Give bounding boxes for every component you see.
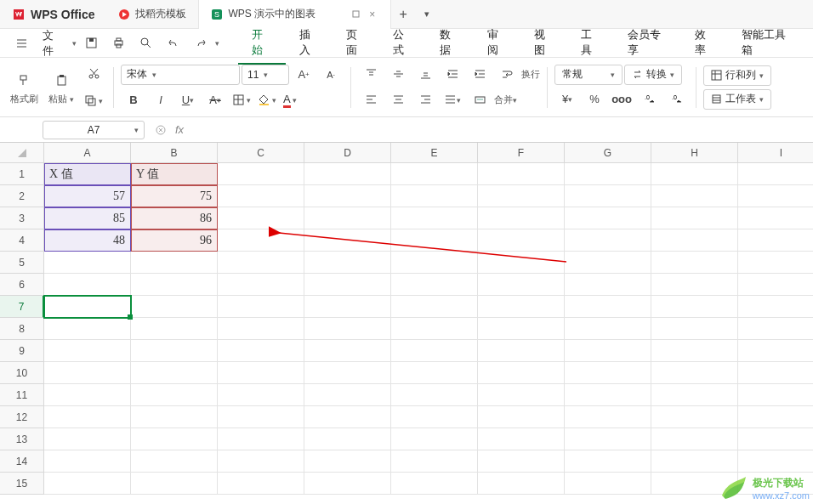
cell[interactable] bbox=[565, 274, 651, 296]
cell[interactable] bbox=[218, 450, 304, 473]
wrap-icon[interactable] bbox=[494, 64, 520, 86]
cell[interactable] bbox=[565, 185, 651, 207]
percent-icon[interactable]: % bbox=[582, 88, 607, 110]
chevron-down-icon[interactable]: ▾ bbox=[215, 39, 219, 48]
col-header[interactable]: B bbox=[131, 143, 218, 163]
cell[interactable] bbox=[565, 450, 651, 473]
cell[interactable] bbox=[478, 274, 565, 296]
cell[interactable] bbox=[478, 362, 565, 384]
row-header[interactable]: 8 bbox=[0, 318, 44, 340]
cell[interactable] bbox=[478, 252, 565, 274]
cell[interactable] bbox=[218, 252, 304, 274]
cell[interactable] bbox=[651, 318, 738, 340]
cell[interactable] bbox=[44, 318, 131, 340]
align-center-icon[interactable] bbox=[385, 89, 411, 111]
cell-a1[interactable]: X 值 bbox=[44, 163, 131, 185]
col-header[interactable]: D bbox=[304, 143, 391, 163]
cell[interactable] bbox=[304, 229, 391, 252]
cell[interactable] bbox=[565, 473, 651, 495]
cell[interactable] bbox=[131, 274, 218, 296]
menu-start[interactable]: 开始 bbox=[238, 22, 285, 65]
decrease-decimal-icon[interactable]: .0 bbox=[663, 88, 689, 110]
border-icon[interactable]: ▾ bbox=[230, 90, 253, 110]
cell[interactable] bbox=[391, 406, 478, 428]
underline-icon[interactable]: U▾ bbox=[175, 89, 201, 111]
cell-b2[interactable]: 75 bbox=[131, 185, 218, 207]
paste-icon[interactable] bbox=[48, 69, 74, 91]
number-format-combo[interactable]: 常规▾ bbox=[554, 65, 623, 85]
align-top-icon[interactable] bbox=[358, 64, 384, 86]
cell[interactable] bbox=[565, 229, 651, 252]
cell[interactable] bbox=[565, 406, 651, 428]
cell[interactable] bbox=[44, 406, 131, 428]
cell[interactable] bbox=[304, 207, 391, 229]
cell[interactable] bbox=[304, 406, 391, 428]
cell[interactable] bbox=[218, 428, 304, 450]
menu-insert[interactable]: 插入 bbox=[286, 22, 333, 65]
row-header[interactable]: 1 bbox=[0, 163, 44, 185]
col-header[interactable]: F bbox=[478, 143, 565, 163]
cell[interactable] bbox=[44, 274, 131, 296]
comma-icon[interactable]: ooo bbox=[609, 88, 634, 110]
fontsize-combo[interactable]: 11▾ bbox=[242, 65, 289, 85]
menu-tools[interactable]: 工具 bbox=[567, 22, 614, 65]
cell[interactable] bbox=[738, 406, 813, 428]
currency-icon[interactable]: ¥▾ bbox=[554, 88, 580, 110]
cell[interactable] bbox=[651, 296, 738, 318]
cell[interactable] bbox=[565, 340, 651, 362]
cell[interactable] bbox=[391, 450, 478, 473]
file-menu[interactable]: 文件 bbox=[36, 28, 71, 59]
cell[interactable] bbox=[391, 207, 478, 229]
cell[interactable] bbox=[131, 362, 218, 384]
col-header[interactable]: G bbox=[565, 143, 651, 163]
indent-increase-icon[interactable] bbox=[467, 64, 492, 86]
cell[interactable] bbox=[478, 450, 565, 473]
cell[interactable] bbox=[218, 362, 304, 384]
cell[interactable] bbox=[478, 340, 565, 362]
convert-button[interactable]: 转换▾ bbox=[624, 65, 682, 85]
cell[interactable] bbox=[131, 296, 218, 318]
cell[interactable] bbox=[651, 229, 738, 252]
cell[interactable] bbox=[218, 296, 304, 318]
cell[interactable] bbox=[131, 340, 218, 362]
tab-template[interactable]: 找稻壳模板 bbox=[106, 0, 199, 29]
cell[interactable] bbox=[738, 362, 813, 384]
new-tab-button[interactable]: + bbox=[391, 7, 415, 22]
font-combo[interactable]: 宋体▾ bbox=[121, 65, 240, 85]
cell[interactable] bbox=[738, 384, 813, 406]
cell[interactable] bbox=[218, 473, 304, 495]
row-header[interactable]: 14 bbox=[0, 450, 44, 473]
cell[interactable] bbox=[304, 163, 391, 185]
cell[interactable] bbox=[738, 274, 813, 296]
row-header[interactable]: 5 bbox=[0, 252, 44, 274]
row-header[interactable]: 2 bbox=[0, 185, 44, 207]
cell[interactable] bbox=[218, 274, 304, 296]
cell[interactable] bbox=[651, 406, 738, 428]
cell[interactable] bbox=[478, 318, 565, 340]
row-header[interactable]: 4 bbox=[0, 229, 44, 252]
menu-icon[interactable] bbox=[9, 32, 34, 54]
cell[interactable] bbox=[218, 340, 304, 362]
row-header[interactable]: 6 bbox=[0, 274, 44, 296]
cell[interactable] bbox=[478, 296, 565, 318]
decrease-font-icon[interactable]: A- bbox=[318, 64, 344, 86]
cell[interactable] bbox=[391, 318, 478, 340]
cell[interactable] bbox=[131, 384, 218, 406]
menu-page[interactable]: 页面 bbox=[333, 22, 379, 65]
cell[interactable] bbox=[218, 185, 304, 207]
italic-icon[interactable]: I bbox=[148, 89, 173, 111]
cell[interactable] bbox=[131, 473, 218, 495]
cell[interactable] bbox=[391, 384, 478, 406]
cell[interactable] bbox=[478, 428, 565, 450]
cell[interactable] bbox=[131, 252, 218, 274]
cell-b3[interactable]: 86 bbox=[131, 207, 218, 229]
cell[interactable] bbox=[131, 450, 218, 473]
cell[interactable] bbox=[651, 207, 738, 229]
col-header[interactable]: A bbox=[44, 143, 131, 163]
cell-a3[interactable]: 85 bbox=[44, 207, 131, 229]
cell[interactable] bbox=[738, 340, 813, 362]
cell[interactable] bbox=[304, 296, 391, 318]
cell[interactable] bbox=[738, 207, 813, 229]
font-color-icon[interactable]: A▾ bbox=[281, 90, 299, 110]
cell[interactable] bbox=[304, 252, 391, 274]
